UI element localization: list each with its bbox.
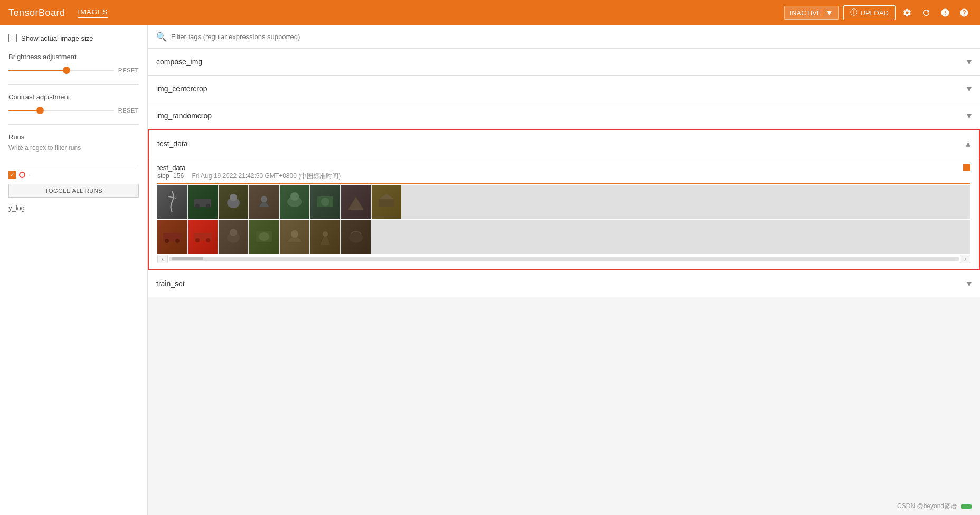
header: TensorBoard IMAGES INACTIVE ▼ ⓘ UPLOAD	[0, 0, 980, 25]
help-icon[interactable]	[957, 5, 972, 20]
brightness-slider-row: RESET	[8, 65, 139, 76]
contrast-reset-button[interactable]: RESET	[118, 107, 139, 114]
status-dropdown[interactable]: INACTIVE ▼	[784, 6, 839, 20]
divider-1	[8, 84, 139, 85]
thumbnail-r6[interactable]	[341, 220, 371, 254]
svg-point-5	[230, 194, 237, 201]
test-data-content: test_data step 156 Fri Aug 19 2022 21:42…	[149, 157, 979, 269]
contrast-section: Contrast adjustment RESET	[8, 93, 139, 116]
thumbnail-1[interactable]	[188, 185, 218, 219]
runs-list: ·	[8, 171, 139, 179]
img-centercrop-chevron-icon: ▾	[967, 83, 972, 95]
header-right: INACTIVE ▼ ⓘ UPLOAD	[784, 5, 972, 20]
image-card-step: step 156 Fri Aug 19 2022 21:42:50 GMT+08…	[157, 172, 341, 181]
thumbnail-6[interactable]	[341, 185, 371, 219]
contrast-fill	[8, 110, 40, 111]
contrast-slider[interactable]	[8, 105, 114, 116]
gear-icon[interactable]	[938, 5, 953, 20]
show-actual-size-row: Show actual image size	[8, 34, 139, 42]
thumbnail-5[interactable]	[310, 185, 340, 219]
brightness-label: Brightness adjustment	[8, 53, 139, 61]
settings-outline-icon[interactable]	[900, 5, 915, 20]
compose-img-title: compose_img	[156, 58, 967, 66]
run-separator: ·	[29, 171, 31, 179]
test-data-title: test_data	[157, 139, 966, 148]
compose-img-chevron-icon: ▾	[967, 56, 972, 68]
main-layout: Show actual image size Brightness adjust…	[0, 25, 980, 515]
brightness-track	[8, 70, 114, 71]
filter-tags-input[interactable]	[171, 33, 972, 41]
toggle-all-runs-button[interactable]: TOGGLE ALL RUNS	[8, 184, 139, 198]
svg-point-2	[195, 204, 200, 208]
info-icon: ⓘ	[850, 8, 858, 17]
show-actual-size-label: Show actual image size	[21, 34, 93, 42]
scroll-bar-thumb	[172, 257, 203, 260]
content-area: 🔍 compose_img ▾ img_centercrop ▾ img_ran…	[148, 25, 980, 515]
runs-label: Runs	[8, 133, 139, 141]
compose-img-section[interactable]: compose_img ▾	[148, 49, 980, 76]
thumbnail-r0[interactable]	[157, 220, 187, 254]
brightness-reset-button[interactable]: RESET	[118, 67, 139, 73]
brightness-fill	[8, 70, 67, 71]
footer-text: CSDN @beyond谚语	[897, 502, 957, 511]
brightness-thumb[interactable]	[63, 67, 70, 74]
contrast-slider-row: RESET	[8, 105, 139, 116]
thumbnail-2[interactable]	[219, 185, 248, 219]
thumbnail-0[interactable]	[157, 185, 187, 219]
svg-point-3	[206, 204, 210, 208]
sidebar: Show actual image size Brightness adjust…	[0, 25, 148, 515]
svg-point-24	[323, 231, 328, 237]
test-data-header[interactable]: test_data ▴	[149, 130, 979, 157]
show-actual-size-checkbox[interactable]	[8, 34, 17, 42]
thumbnail-7[interactable]	[372, 185, 401, 219]
img-centercrop-section[interactable]: img_centercrop ▾	[148, 76, 980, 102]
img-randomcrop-chevron-icon: ▾	[967, 110, 972, 121]
run-name-label: y_log	[8, 204, 139, 212]
thumbnail-r2[interactable]	[219, 220, 248, 254]
train-set-chevron-icon: ▾	[967, 278, 972, 289]
nav-images[interactable]: IMAGES	[78, 8, 108, 18]
upload-button[interactable]: ⓘ UPLOAD	[843, 5, 896, 20]
svg-line-0	[168, 196, 176, 198]
refresh-icon[interactable]	[919, 5, 934, 20]
contrast-label: Contrast adjustment	[8, 93, 139, 101]
thumbnail-r3[interactable]	[249, 220, 279, 254]
img-randomcrop-section[interactable]: img_randomcrop ▾	[148, 102, 980, 129]
svg-point-10	[321, 198, 329, 206]
footer: CSDN @beyond谚语	[889, 498, 980, 515]
strip-scroll: ‹ ›	[157, 255, 970, 263]
contrast-track	[8, 110, 114, 111]
thumbnail-r4[interactable]	[280, 220, 309, 254]
train-set-section[interactable]: train_set ▾	[148, 270, 980, 297]
thumbnail-r5[interactable]	[310, 220, 340, 254]
svg-point-14	[165, 239, 169, 243]
thumbnail-4[interactable]	[280, 185, 309, 219]
scroll-right-button[interactable]: ›	[960, 255, 970, 263]
footer-green-button[interactable]	[961, 504, 972, 509]
run-checkbox[interactable]	[8, 171, 16, 179]
thumbnail-r1[interactable]	[188, 220, 218, 254]
svg-point-15	[175, 239, 180, 243]
brightness-slider[interactable]	[8, 65, 114, 76]
scroll-bar-track[interactable]	[169, 257, 959, 261]
status-label: INACTIVE	[790, 9, 822, 17]
brightness-section: Brightness adjustment RESET	[8, 53, 139, 76]
brand-logo: TensorBoard	[8, 7, 65, 18]
runs-regex-input[interactable]	[8, 156, 139, 166]
thumbnail-3[interactable]	[249, 185, 279, 219]
image-strip-row2	[157, 220, 970, 254]
test-data-chevron-icon: ▴	[966, 138, 970, 149]
image-card-timestamp: Fri Aug 19 2022 21:42:50 GMT+0800 (中国标准时…	[192, 172, 341, 180]
scroll-left-button[interactable]: ‹	[157, 255, 168, 263]
img-centercrop-title: img_centercrop	[156, 85, 967, 93]
svg-point-8	[290, 192, 299, 201]
image-strip-row1	[157, 185, 970, 219]
svg-point-20	[230, 229, 237, 236]
runs-filter-label: Write a regex to filter runs	[8, 144, 139, 152]
upload-label: UPLOAD	[861, 9, 889, 17]
train-set-title: train_set	[156, 279, 967, 288]
search-icon: 🔍	[156, 32, 167, 42]
svg-point-22	[259, 232, 269, 241]
contrast-thumb[interactable]	[36, 107, 44, 114]
chevron-down-icon: ▼	[826, 8, 833, 17]
